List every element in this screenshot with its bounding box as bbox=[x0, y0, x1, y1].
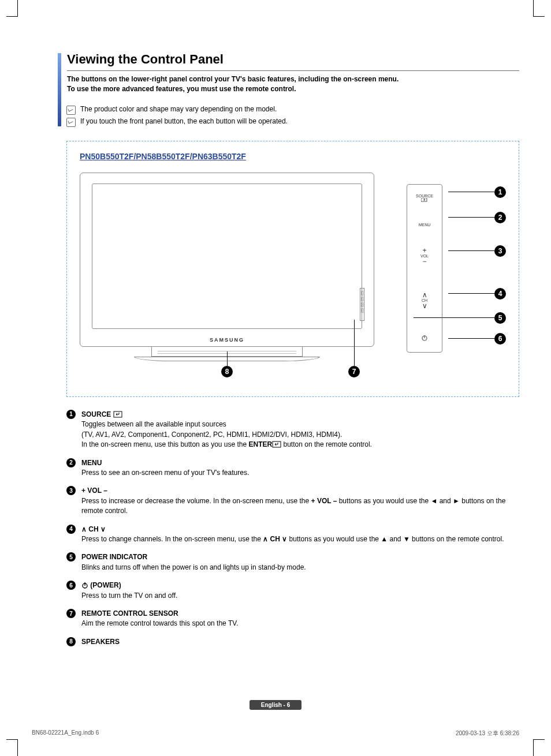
panel-vol-label: +VOL− bbox=[407, 247, 442, 265]
panel-source-label: SOURCE bbox=[407, 194, 442, 203]
def-title: SPEAKERS bbox=[81, 638, 120, 646]
callout-4: 4 bbox=[448, 288, 506, 300]
def-number: 4 bbox=[66, 525, 76, 534]
def-body-line: Press to increase or decrease the volume… bbox=[81, 497, 505, 515]
def-body-line: Blinks and turns off when the power is o… bbox=[81, 563, 306, 571]
def-body-line: Aim the remote control towards this spot… bbox=[81, 619, 238, 627]
page-title: Viewing the Control Panel bbox=[67, 52, 519, 71]
model-numbers: PN50B550T2F/PN58B550T2F/PN63B550T2F bbox=[80, 152, 506, 161]
diagram-box: PN50B550T2F/PN58B550T2F/PN63B550T2F SAMS… bbox=[66, 141, 519, 397]
def-title: SOURCE bbox=[81, 410, 111, 418]
def-body-line: Toggles between all the available input … bbox=[81, 420, 226, 428]
note-row: If you touch the front panel button, the… bbox=[66, 117, 519, 127]
tv-screen bbox=[92, 184, 362, 329]
def-title: ∧ CH ∨ bbox=[81, 525, 106, 533]
tv-outline: SAMSUNG bbox=[80, 173, 374, 361]
def-body-line: (TV, AV1, AV2, Component1, Conponent2, P… bbox=[81, 431, 342, 439]
enter-icon bbox=[113, 410, 122, 420]
note-row: The product color and shape may vary dep… bbox=[66, 105, 519, 115]
panel-ch-label: ∧CH∨ bbox=[407, 291, 442, 309]
def-title: MENU bbox=[81, 459, 102, 467]
def-title: + VOL – bbox=[81, 486, 107, 495]
enter-icon bbox=[272, 440, 281, 450]
crop-mark bbox=[17, 0, 29, 16]
callout-number: 8 bbox=[221, 366, 233, 377]
callout-1: 1 bbox=[448, 186, 506, 198]
callout-number: 2 bbox=[494, 212, 506, 223]
callout-number: 5 bbox=[494, 312, 506, 324]
print-timestamp: 2009-03-13 오후 6:38:26 bbox=[456, 729, 519, 738]
note-text: The product color and shape may vary dep… bbox=[80, 105, 277, 113]
panel-menu-label: MENU bbox=[407, 223, 442, 227]
note-text: If you touch the front panel button, the… bbox=[80, 117, 288, 125]
def-source: 1 SOURCE Toggles between all the availab… bbox=[66, 410, 519, 450]
callout-number: 7 bbox=[348, 366, 360, 377]
callout-8-line bbox=[227, 351, 228, 366]
callout-2: 2 bbox=[448, 212, 506, 223]
tv-diagram: SAMSUNG SOURCE MENU +VOL− ∧CH∨ bbox=[80, 173, 506, 380]
def-number: 6 bbox=[66, 581, 76, 590]
tv-indicator-slit bbox=[360, 288, 364, 321]
definitions: 1 SOURCE Toggles between all the availab… bbox=[66, 410, 519, 647]
callout-number: 3 bbox=[494, 245, 506, 257]
def-power: 6 (POWER) Press to turn the TV on and of… bbox=[66, 581, 519, 601]
def-remote-sensor: 7 REMOTE CONTROL SENSOR Aim the remote c… bbox=[66, 609, 519, 629]
def-speakers: 8 SPEAKERS bbox=[66, 637, 519, 647]
crop-mark bbox=[17, 740, 29, 756]
def-title: POWER INDICATOR bbox=[81, 553, 147, 561]
def-number: 1 bbox=[66, 410, 76, 419]
def-number: 3 bbox=[66, 486, 76, 495]
callout-7-line bbox=[354, 320, 355, 366]
def-body-line: Press to turn the TV on and off. bbox=[81, 592, 177, 600]
def-body-line: Press to change channels. In the on-scre… bbox=[81, 535, 504, 543]
note-icon bbox=[66, 118, 76, 127]
panel-power-icon bbox=[407, 335, 442, 342]
power-icon bbox=[81, 581, 88, 590]
def-title: (POWER) bbox=[90, 581, 121, 589]
callout-number: 1 bbox=[494, 186, 506, 198]
crop-mark bbox=[522, 740, 534, 756]
def-number: 8 bbox=[66, 637, 76, 646]
crop-mark bbox=[522, 0, 534, 16]
def-vol: 3 + VOL – Press to increase or decrease … bbox=[66, 486, 519, 516]
intro-line-1: The buttons on the lower-right panel con… bbox=[67, 75, 399, 83]
intro-text: The buttons on the lower-right panel con… bbox=[67, 74, 519, 95]
samsung-logo: SAMSUNG bbox=[210, 337, 244, 343]
page-number-badge: English - 6 bbox=[250, 700, 302, 710]
def-number: 7 bbox=[66, 609, 76, 618]
def-number: 2 bbox=[66, 458, 76, 467]
callout-6: 6 bbox=[448, 333, 506, 345]
callout-number: 4 bbox=[494, 288, 506, 300]
callout-number: 6 bbox=[494, 333, 506, 345]
callout-5: 5 bbox=[414, 312, 506, 324]
def-number: 5 bbox=[66, 552, 76, 562]
def-title: REMOTE CONTROL SENSOR bbox=[81, 609, 178, 617]
def-power-indicator: 5 POWER INDICATOR Blinks and turns off w… bbox=[66, 552, 519, 572]
print-metadata: BN68-02221A_Eng.indb 6 2009-03-13 오후 6:3… bbox=[32, 729, 519, 738]
heading-accent-bar bbox=[58, 53, 61, 126]
intro-line-2: To use the more advanced features, you m… bbox=[67, 85, 296, 93]
def-ch: 4 ∧ CH ∨ Press to change channels. In th… bbox=[66, 525, 519, 545]
def-body-line: In the on-screen menu, use this button a… bbox=[81, 440, 372, 448]
print-filename: BN68-02221A_Eng.indb 6 bbox=[32, 729, 99, 738]
def-menu: 2 MENU Press to see an on-screen menu of… bbox=[66, 458, 519, 478]
note-icon bbox=[66, 106, 76, 115]
callout-3: 3 bbox=[448, 245, 506, 257]
def-body-line: Press to see an on-screen menu of your T… bbox=[81, 469, 249, 477]
control-panel: SOURCE MENU +VOL− ∧CH∨ bbox=[407, 184, 442, 353]
